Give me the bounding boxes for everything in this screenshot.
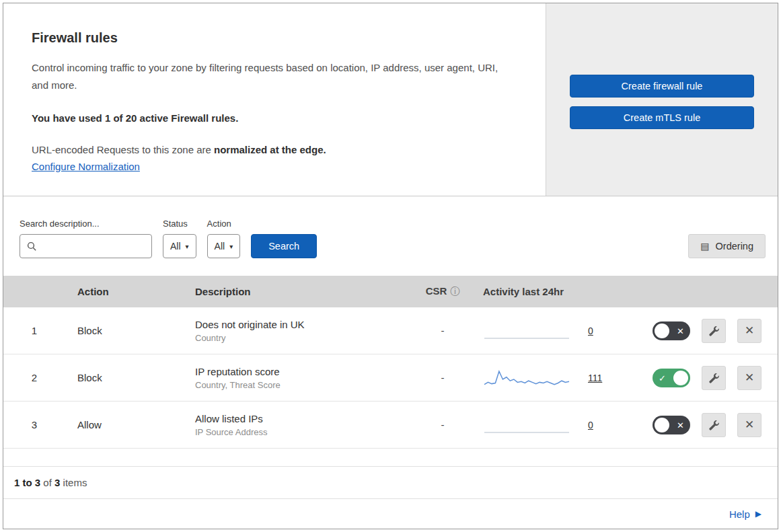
rule-description: Does not originate in UK xyxy=(195,319,405,330)
rule-enabled-toggle[interactable]: ✓ ✕ xyxy=(653,369,690,387)
items-of: of xyxy=(43,477,52,488)
info-icon[interactable]: ⓘ xyxy=(450,286,459,297)
rule-action: Block xyxy=(65,372,183,383)
items-word: items xyxy=(63,477,87,488)
rule-enabled-toggle[interactable]: ✓ ✕ xyxy=(653,321,690,340)
edit-rule-button[interactable] xyxy=(702,413,726,437)
action-dropdown-value: All xyxy=(215,241,225,252)
csr-header-label: CSR xyxy=(426,285,447,297)
wrench-icon xyxy=(708,326,719,336)
create-mtls-rule-button[interactable]: Create mTLS rule xyxy=(570,106,754,129)
search-icon xyxy=(27,241,37,252)
rule-description-cell: IP reputation score Country, Threat Scor… xyxy=(183,366,405,390)
toggle-knob xyxy=(655,418,669,432)
table-header: Action Description CSRⓘ Activity last 24… xyxy=(3,276,778,307)
toggle-knob xyxy=(655,324,669,338)
items-count-footer: 1 to 3 of 3 items xyxy=(3,466,778,498)
intro-panel: Firewall rules Control incoming traffic … xyxy=(3,3,546,196)
action-group: Action All ▾ xyxy=(207,219,241,258)
status-dropdown-value: All xyxy=(170,241,181,252)
rule-action: Block xyxy=(65,325,183,336)
rule-enabled-toggle[interactable]: ✓ ✕ xyxy=(653,416,690,434)
normalization-bold: normalized at the edge. xyxy=(214,144,326,155)
firewall-rules-page: Firewall rules Control incoming traffic … xyxy=(3,3,778,529)
wrench-icon xyxy=(708,420,719,430)
edit-rule-button[interactable] xyxy=(702,366,726,390)
normalization-note: URL-encoded Requests to this zone are no… xyxy=(32,144,519,155)
top-section: Firewall rules Control incoming traffic … xyxy=(3,3,778,196)
status-label: Status xyxy=(163,219,196,229)
rule-priority: 1 xyxy=(3,325,65,336)
activity-sparkline xyxy=(483,366,570,390)
column-action: Action xyxy=(65,286,183,297)
rule-csr: - xyxy=(405,325,480,336)
table-row: 2 Block IP reputation score Country, Thr… xyxy=(3,354,778,402)
delete-rule-button[interactable]: ✕ xyxy=(737,413,761,437)
close-icon: ✕ xyxy=(745,418,754,432)
page-title: Firewall rules xyxy=(32,30,519,46)
column-activity: Activity last 24hr xyxy=(480,286,647,297)
rule-controls: ✓ ✕ ✕ xyxy=(647,319,778,343)
search-input[interactable] xyxy=(42,240,145,252)
activity-count-link[interactable]: 111 xyxy=(588,373,602,383)
cta-panel: Create firewall rule Create mTLS rule xyxy=(546,3,778,196)
rule-criteria: Country xyxy=(195,333,405,343)
search-label: Search description... xyxy=(20,219,152,229)
items-range: 1 to 3 xyxy=(14,477,40,488)
rule-priority: 3 xyxy=(3,419,65,430)
activity-count-link[interactable]: 0 xyxy=(588,326,593,336)
page-description: Control incoming traffic to your zone by… xyxy=(32,59,516,95)
wrench-icon xyxy=(708,373,719,383)
normalization-text: URL-encoded Requests to this zone are xyxy=(32,144,214,155)
rule-csr: - xyxy=(405,419,480,430)
create-firewall-rule-button[interactable]: Create firewall rule xyxy=(570,75,754,98)
chevron-down-icon: ▾ xyxy=(229,243,233,250)
help-label: Help xyxy=(729,508,750,520)
search-box[interactable] xyxy=(20,234,152,258)
chevron-down-icon: ▾ xyxy=(186,243,189,250)
delete-rule-button[interactable]: ✕ xyxy=(737,319,761,343)
activity-count-link[interactable]: 0 xyxy=(588,420,593,430)
filter-bar: Search description... Status All ▾ Actio… xyxy=(3,196,778,276)
toggle-knob xyxy=(673,371,688,385)
column-csr: CSRⓘ xyxy=(405,285,480,298)
usage-note: You have used 1 of 20 active Firewall ru… xyxy=(32,112,519,124)
table-spacer xyxy=(3,449,778,466)
rule-criteria: Country, Threat Score xyxy=(195,380,405,390)
rule-controls: ✓ ✕ ✕ xyxy=(647,366,778,390)
delete-rule-button[interactable]: ✕ xyxy=(737,366,761,390)
rule-activity-cell: 0 xyxy=(480,319,647,343)
rule-description: IP reputation score xyxy=(195,366,405,377)
table-row: 3 Allow Allow listed IPs IP Source Addre… xyxy=(3,402,778,449)
activity-sparkline xyxy=(483,319,570,343)
rule-controls: ✓ ✕ ✕ xyxy=(647,413,778,437)
cross-icon: ✕ xyxy=(677,420,684,430)
check-icon: ✓ xyxy=(659,373,666,383)
status-dropdown[interactable]: All ▾ xyxy=(163,234,196,258)
help-row: Help ▶ xyxy=(3,498,778,529)
search-button[interactable]: Search xyxy=(251,234,317,258)
configure-normalization-link[interactable]: Configure Normalization xyxy=(32,161,140,172)
ordering-button-label: Ordering xyxy=(716,241,753,252)
rule-activity-cell: 0 xyxy=(480,413,647,437)
edit-rule-button[interactable] xyxy=(702,319,726,343)
action-label: Action xyxy=(207,219,241,229)
help-link[interactable]: Help ▶ xyxy=(729,508,761,520)
close-icon: ✕ xyxy=(745,371,754,385)
rule-priority: 2 xyxy=(3,372,65,383)
search-group: Search description... xyxy=(20,219,152,258)
rule-criteria: IP Source Address xyxy=(195,427,405,437)
status-group: Status All ▾ xyxy=(163,219,196,258)
help-arrow-icon: ▶ xyxy=(755,509,761,519)
rule-action: Allow xyxy=(65,419,183,430)
column-description: Description xyxy=(183,286,405,297)
rule-description-cell: Does not originate in UK Country xyxy=(183,319,405,343)
action-dropdown[interactable]: All ▾ xyxy=(207,234,241,258)
list-icon: ▤ xyxy=(700,241,709,252)
items-total: 3 xyxy=(54,477,60,488)
ordering-button[interactable]: ▤ Ordering xyxy=(688,234,766,258)
rule-description-cell: Allow listed IPs IP Source Address xyxy=(183,413,405,437)
rule-activity-cell: 111 xyxy=(480,366,647,390)
table-row: 1 Block Does not originate in UK Country… xyxy=(3,307,778,354)
rule-description: Allow listed IPs xyxy=(195,413,405,424)
